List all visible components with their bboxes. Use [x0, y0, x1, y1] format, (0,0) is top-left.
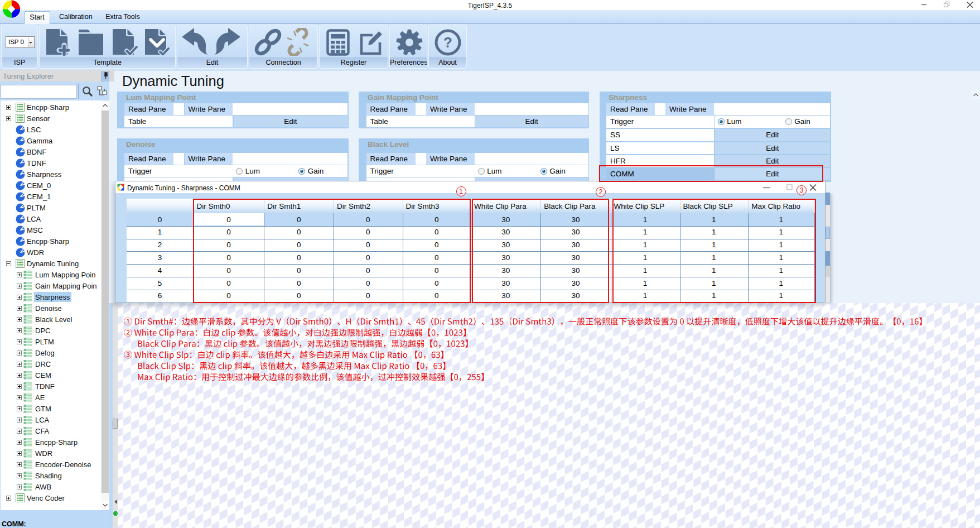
svg-text:?: ? [443, 34, 452, 51]
